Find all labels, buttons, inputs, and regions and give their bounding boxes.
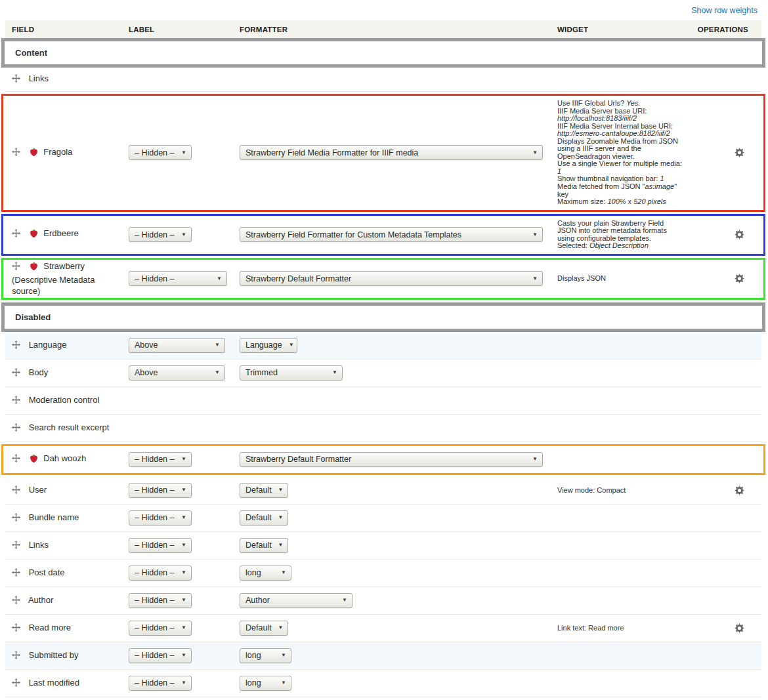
- widget-summary: [557, 569, 696, 577]
- table-row: Author – Hidden – ▼ Author ▼: [5, 587, 761, 615]
- label-select[interactable]: – Hidden – ▼: [129, 566, 192, 581]
- table-row: Submitted by – Hidden – ▼ long ▼: [5, 642, 761, 670]
- field-cell: Strawberry (Descriptive Metadata source): [5, 260, 129, 297]
- table-row: Read more – Hidden – ▼ Default ▼ Link te…: [5, 615, 761, 642]
- formatter-select-value: Language: [245, 340, 282, 350]
- drag-handle-icon[interactable]: [12, 454, 20, 466]
- formatter-select[interactable]: Strawberry Field Formatter for Custom Me…: [240, 227, 543, 242]
- label-select-value: Above: [135, 368, 158, 377]
- label-select[interactable]: – Hidden – ▼: [129, 538, 192, 553]
- label-select[interactable]: Above ▼: [129, 365, 225, 381]
- formatter-select[interactable]: long ▼: [240, 676, 291, 691]
- drag-handle-icon[interactable]: [12, 541, 20, 552]
- drag-handle-icon[interactable]: [12, 368, 20, 380]
- chevron-down-icon: ▼: [181, 680, 186, 686]
- field-label: Bundle name: [29, 512, 79, 522]
- settings-gear-icon[interactable]: [735, 230, 744, 239]
- formatter-select-value: Strawberry Default Formatter: [245, 455, 351, 464]
- formatter-select[interactable]: Strawberry Default Formatter ▼: [240, 271, 543, 286]
- drag-handle-icon[interactable]: [12, 148, 20, 159]
- table-row: Strawberry (Descriptive Metadata source)…: [1, 258, 765, 300]
- settings-gear-icon[interactable]: [735, 274, 744, 283]
- formatter-select[interactable]: long ▼: [240, 566, 291, 581]
- label-select[interactable]: – Hidden – ▼: [129, 510, 192, 525]
- formatter-select[interactable]: Default ▼: [240, 510, 288, 525]
- drag-handle-icon[interactable]: [12, 340, 20, 352]
- label-select-value: – Hidden –: [135, 596, 174, 605]
- field-display-table: FIELD LABEL FORMATTER WIDGET OPERATIONS …: [5, 20, 761, 700]
- widget-summary: [557, 424, 696, 432]
- table-row: Bundle name – Hidden – ▼ Default ▼: [5, 504, 761, 532]
- formatter-select[interactable]: Strawberry Field Media Formatter for III…: [240, 145, 543, 160]
- widget-summary: View mode: Compact: [557, 483, 696, 499]
- label-select[interactable]: – Hidden – ▼: [129, 483, 192, 498]
- settings-gear-icon[interactable]: [735, 623, 744, 633]
- drag-handle-icon[interactable]: [12, 396, 20, 407]
- formatter-select-value: long: [245, 568, 261, 577]
- drag-handle-icon[interactable]: [12, 678, 20, 690]
- table-row: Links – Hidden – ▼ Default ▼: [5, 532, 761, 560]
- field-cell: Dah woozh: [5, 453, 129, 466]
- chevron-down-icon: ▼: [217, 276, 222, 281]
- formatter-select-value: Author: [245, 596, 270, 605]
- formatter-select[interactable]: Author ▼: [240, 593, 352, 608]
- formatter-select[interactable]: Default ▼: [240, 538, 288, 553]
- table-row: Title – Hidden – ▼ Default ▼ Link: noWra…: [5, 697, 761, 700]
- field-cell: Submitted by: [5, 649, 129, 663]
- operations-cell: [696, 623, 761, 633]
- drag-handle-icon[interactable]: [12, 74, 20, 86]
- field-label: Post date: [29, 567, 65, 577]
- drag-handle-icon[interactable]: [12, 262, 20, 274]
- widget-summary: Displays JSON: [557, 271, 696, 287]
- settings-gear-icon[interactable]: [735, 485, 744, 495]
- label-select[interactable]: – Hidden – ▼: [129, 271, 227, 286]
- column-header-field: FIELD: [5, 21, 129, 37]
- label-cell: – Hidden – ▼: [129, 483, 240, 498]
- field-cell: Erdbeere: [5, 228, 129, 241]
- chevron-down-icon: ▼: [532, 457, 538, 462]
- chevron-down-icon: ▼: [281, 653, 286, 658]
- drag-handle-icon[interactable]: [12, 596, 20, 607]
- drag-handle-icon[interactable]: [12, 623, 20, 635]
- drag-handle-icon[interactable]: [12, 423, 20, 435]
- field-cell: Search result excerpt: [5, 422, 129, 435]
- widget-summary: [557, 651, 696, 659]
- formatter-select[interactable]: Language ▼: [240, 338, 297, 353]
- column-header-formatter: FORMATTER: [240, 21, 557, 37]
- label-select[interactable]: – Hidden – ▼: [129, 648, 192, 663]
- drag-handle-icon[interactable]: [12, 568, 20, 580]
- formatter-select-value: Strawberry Default Formatter: [245, 274, 351, 283]
- show-row-weights-link[interactable]: Show row weights: [691, 6, 757, 15]
- operations-cell: [696, 230, 761, 239]
- field-label: Body: [29, 367, 49, 377]
- settings-gear-icon[interactable]: [735, 148, 744, 157]
- formatter-select[interactable]: Strawberry Default Formatter ▼: [240, 452, 543, 467]
- drag-handle-icon[interactable]: [12, 229, 20, 241]
- operations-cell: [696, 148, 761, 157]
- formatter-select[interactable]: long ▼: [240, 648, 291, 663]
- field-label: Search result excerpt: [29, 422, 110, 432]
- formatter-select[interactable]: Default ▼: [240, 621, 288, 636]
- label-select[interactable]: – Hidden – ▼: [129, 227, 192, 242]
- label-select[interactable]: – Hidden – ▼: [129, 593, 192, 608]
- drag-handle-icon[interactable]: [12, 651, 20, 663]
- drag-handle-icon[interactable]: [12, 513, 20, 525]
- formatter-select[interactable]: Trimmed ▼: [240, 365, 343, 381]
- label-select-value: – Hidden –: [135, 623, 174, 632]
- label-select[interactable]: – Hidden – ▼: [129, 621, 192, 636]
- label-select[interactable]: – Hidden – ▼: [129, 452, 192, 467]
- formatter-select-value: Default: [245, 623, 272, 632]
- label-select[interactable]: – Hidden – ▼: [129, 676, 192, 691]
- formatter-select[interactable]: Default ▼: [240, 483, 288, 498]
- label-cell: Above ▼: [129, 338, 240, 353]
- label-cell: – Hidden – ▼: [129, 676, 240, 691]
- drag-handle-icon[interactable]: [12, 485, 20, 497]
- label-select[interactable]: – Hidden – ▼: [129, 145, 192, 160]
- widget-summary: [557, 541, 696, 549]
- field-cell: Body: [5, 367, 129, 380]
- chevron-down-icon: ▼: [278, 487, 284, 493]
- label-select[interactable]: Above ▼: [129, 338, 225, 353]
- chevron-down-icon: ▼: [181, 515, 186, 520]
- chevron-down-icon: ▼: [181, 232, 186, 237]
- label-cell: – Hidden – ▼: [129, 510, 240, 525]
